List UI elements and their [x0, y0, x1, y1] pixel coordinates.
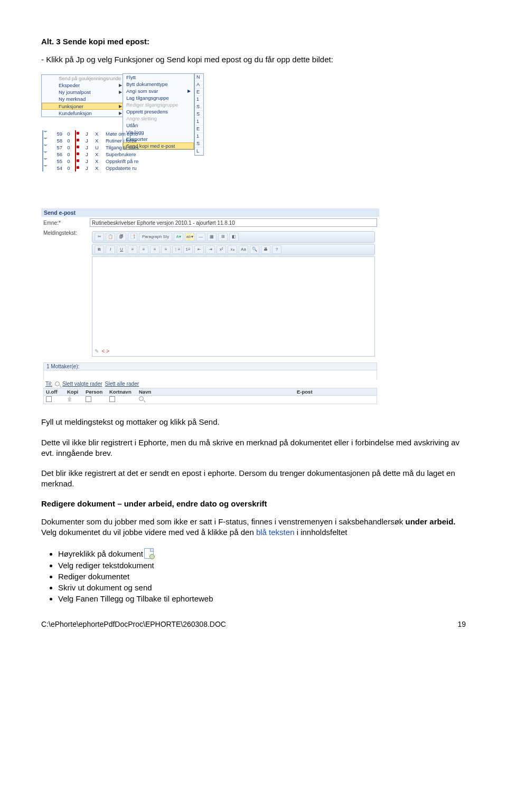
toolbar-button[interactable]: 📋: [106, 233, 115, 241]
chevron-right-icon: ▶: [119, 90, 122, 94]
highlight-button[interactable]: ab▾: [185, 233, 194, 241]
checkbox[interactable]: [46, 396, 52, 402]
menu-item[interactable]: Send på goukjenningsrunde: [42, 75, 124, 82]
paragraph-redigere-body: Dokumenter som du jobber med som ikke er…: [41, 517, 466, 538]
chevron-right-icon: ▶: [187, 89, 191, 93]
table-row[interactable]: 580JXRutiner i forbir: [41, 137, 205, 144]
list-button[interactable]: ⋮≡: [172, 245, 182, 254]
checkbox[interactable]: [109, 396, 115, 402]
numbered-list-button[interactable]: 1≡: [183, 245, 193, 254]
align-center-button[interactable]: ≡: [139, 245, 148, 254]
menu-item[interactable]: Ny journalpost▶: [42, 89, 124, 95]
align-justify-button[interactable]: ≡: [161, 245, 171, 254]
pdf-icon: [75, 151, 76, 158]
print-button[interactable]: 🖶: [261, 245, 270, 254]
pdf-icon: [75, 158, 76, 165]
page-footer: C:\ePhorte\ephortePdfDocProc\EPHORTE\260…: [41, 620, 466, 628]
submenu-item[interactable]: Utlån: [123, 122, 194, 129]
submenu-item[interactable]: Rediger tilgangsgruppe: [123, 101, 194, 108]
menu-item[interactable]: Kundefunksjon▶: [42, 110, 124, 117]
slett-alle-link[interactable]: Slett alle rader: [105, 381, 139, 387]
paragraph: Det blir ikke registrert at det er sendt…: [41, 468, 466, 490]
checkbox[interactable]: [86, 396, 91, 402]
find-button[interactable]: 🔍: [250, 245, 259, 254]
footer-page-number: 19: [457, 620, 466, 628]
slett-valgte-link[interactable]: Slett valgte rader: [62, 381, 102, 387]
paragraph: Fyll ut meldingstekst og mottaker og kli…: [41, 417, 466, 427]
mottaker-header: 1 Mottaker(e):: [43, 362, 377, 370]
superscript-button[interactable]: x²: [217, 245, 226, 254]
list-item: Velg Fanen Tillegg og Tilbake til ephort…: [58, 593, 466, 604]
envelope-icon: [42, 151, 43, 158]
envelope-icon: [42, 158, 43, 165]
intro-line: - Klikk på Jp og velg Funksjoner og Send…: [41, 54, 466, 65]
meldingstekst-label: Meldingstekst:: [43, 230, 87, 236]
submenu-item[interactable]: Bytt dokumenttype: [123, 81, 194, 88]
submenu-item[interactable]: Angre sletting: [123, 115, 194, 122]
toolbar-button[interactable]: Aa: [239, 245, 248, 254]
italic-button[interactable]: I: [106, 245, 115, 254]
paragraph-style[interactable]: Paragraph Sty: [139, 233, 172, 241]
screenshot-send-epost: Send e-post Emne:* Meldingstekst: ✂ 📋 🗐 …: [41, 208, 466, 404]
toolbar-button[interactable]: ✂: [95, 233, 104, 241]
toolbar-button[interactable]: ⊞: [218, 233, 228, 241]
subscript-button[interactable]: x₂: [228, 245, 237, 254]
menu-item[interactable]: Ny merknad: [42, 95, 124, 102]
heading: Alt. 3 Sende kopi med epost:: [41, 37, 466, 46]
list-item: Velg rediger tekstdokument: [58, 560, 466, 571]
editor-toolbar-2: B I U ≡ ≡ ≡ ≡ ⋮≡ 1≡ ⇤ ⇥ x² x₂ Aa 🔍 🖶 ?: [92, 244, 375, 255]
submenu-item[interactable]: Angi som svar▶: [123, 88, 194, 94]
pdf-icon: [75, 137, 76, 144]
table-row[interactable]: 570JUTilgang til saks: [41, 144, 205, 151]
font-color-button[interactable]: A▾: [174, 233, 183, 241]
toolbar-button[interactable]: ▦: [207, 233, 217, 241]
table-row[interactable]: 540JXOppdaterte ru: [41, 165, 205, 171]
source-icon[interactable]: < >: [102, 348, 109, 354]
table-row[interactable]: 550JXOppskrift på re: [41, 158, 205, 165]
envelope-icon: [42, 165, 43, 171]
paragraph: Dette vil ikke blir registrert i Ephorte…: [41, 437, 466, 459]
envelope-icon: [42, 144, 43, 151]
align-right-button[interactable]: ≡: [150, 245, 159, 254]
footer-path: C:\ePhorte\ephortePdfDocProc\EPHORTE\260…: [41, 620, 226, 628]
menu-item[interactable]: Ekspeder▶: [42, 82, 124, 89]
envelope-icon: [42, 137, 43, 144]
submenu-item[interactable]: Opprett presedens: [123, 108, 194, 115]
envelope-icon: [42, 130, 43, 137]
list-item: Rediger dokumentet: [58, 571, 466, 582]
help-button[interactable]: ?: [272, 245, 281, 254]
menu-item-funksjoner[interactable]: Funksjoner▶: [42, 103, 124, 110]
table-row[interactable]: 560JXSuperbrukere: [41, 151, 205, 158]
list-item: Høyreklikk på dokument: [58, 547, 466, 560]
align-left-button[interactable]: ≡: [128, 245, 137, 254]
chevron-right-icon: ▶: [119, 104, 122, 109]
submenu-item[interactable]: Flytt: [123, 74, 194, 81]
chevron-right-icon: ▶: [119, 83, 122, 88]
table-row[interactable]: 590JXMøte om epho: [41, 130, 205, 137]
pencil-icon[interactable]: ✎: [95, 348, 99, 354]
editor-toolbar-1: ✂ 📋 🗐 📑 Paragraph Sty A▾ ab▾ — ▦ ⊞ ◧: [92, 231, 375, 243]
recipients-table-header: U.off Kopi Person Kortnavn Navn E-post: [43, 388, 377, 396]
outdent-button[interactable]: ⇤: [194, 245, 204, 254]
recipients-row[interactable]: 🗑: [43, 396, 377, 404]
underline-button[interactable]: U: [117, 245, 126, 254]
toolbar-button[interactable]: 📑: [128, 233, 137, 241]
toolbar-button[interactable]: —: [196, 233, 205, 241]
bold-button[interactable]: B: [95, 245, 104, 254]
toolbar-button[interactable]: 🗐: [117, 233, 126, 241]
indent-button[interactable]: ⇥: [205, 245, 215, 254]
editor-area[interactable]: ✎ < >: [92, 256, 375, 357]
panel-title: Send e-post: [41, 208, 379, 217]
search-icon[interactable]: [55, 381, 60, 386]
chevron-right-icon: ▶: [119, 111, 122, 116]
submenu-item[interactable]: Lag tilgangsgruppe: [123, 94, 194, 101]
til-label: Til:: [45, 381, 52, 387]
toolbar-button[interactable]: ◧: [229, 233, 239, 241]
bullet-list: Høyreklikk på dokument Velg rediger teks…: [41, 547, 466, 604]
emne-input[interactable]: [90, 218, 377, 227]
search-icon[interactable]: [139, 396, 144, 401]
heading-redigere: Redigere dokument – under arbeid, endre …: [41, 499, 466, 508]
pdf-icon: [75, 144, 76, 151]
pdf-icon: [75, 165, 76, 171]
screenshot-context-menu: Send på goukjenningsrunde Ekspeder▶ Ny j…: [41, 74, 466, 196]
